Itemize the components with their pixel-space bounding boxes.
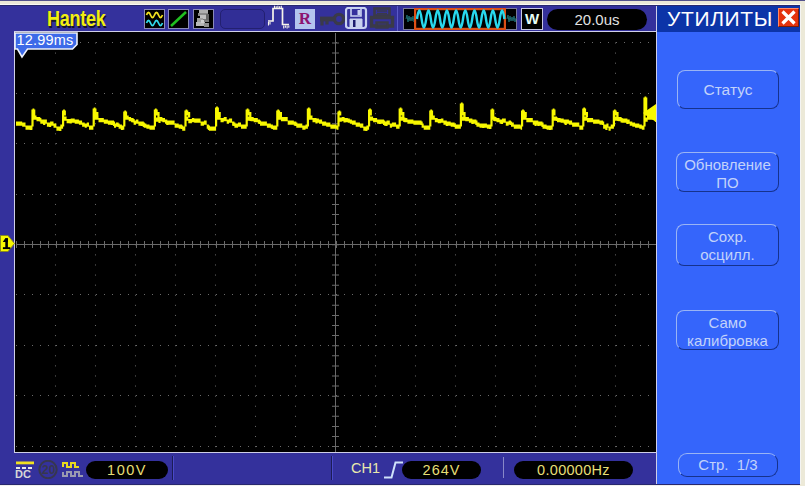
- svg-text:20: 20: [42, 463, 56, 477]
- svg-text:DC: DC: [15, 468, 31, 479]
